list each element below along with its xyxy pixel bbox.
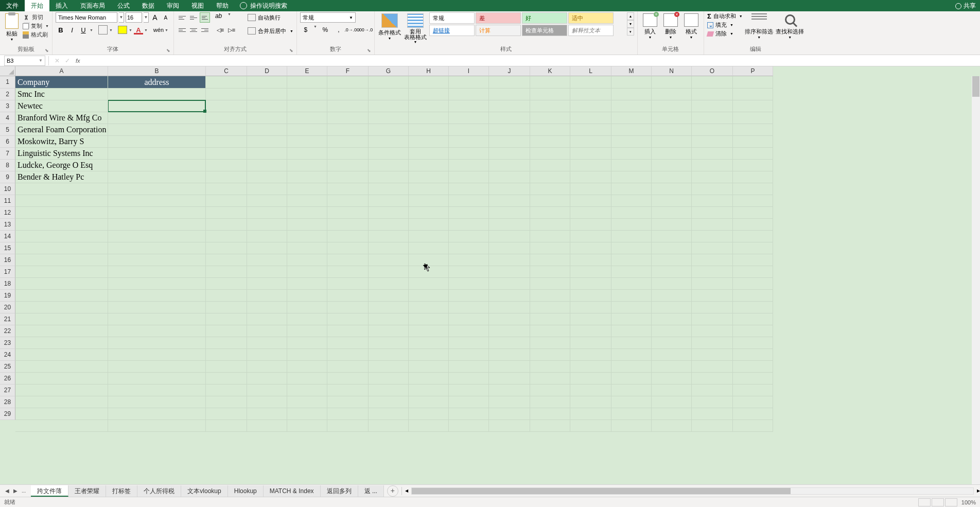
cell[interactable]	[327, 148, 369, 160]
cell[interactable]	[570, 290, 611, 302]
cell[interactable]	[733, 76, 773, 89]
cell[interactable]	[530, 384, 570, 396]
sheet-tab[interactable]: 返 ...	[358, 485, 384, 497]
cell[interactable]	[570, 302, 611, 313]
cell[interactable]	[247, 420, 287, 432]
cell[interactable]	[449, 195, 489, 207]
copy-button[interactable]: 复制▼	[23, 22, 49, 30]
row-header[interactable]: 15	[0, 242, 15, 254]
cell[interactable]	[733, 195, 773, 207]
cell[interactable]	[449, 361, 489, 373]
cell[interactable]	[327, 384, 369, 396]
cell[interactable]	[652, 337, 692, 349]
cell[interactable]	[449, 136, 489, 148]
autosum-button[interactable]: Σ自动求和▼	[707, 12, 743, 20]
cell[interactable]	[287, 396, 327, 408]
cell[interactable]	[733, 242, 773, 254]
cell[interactable]	[611, 408, 652, 420]
cell[interactable]	[327, 219, 369, 231]
cell[interactable]	[692, 148, 733, 160]
cell[interactable]	[409, 242, 449, 254]
cell[interactable]	[449, 408, 489, 420]
column-header[interactable]: D	[247, 66, 287, 76]
cell[interactable]	[652, 278, 692, 290]
cell[interactable]	[530, 76, 570, 89]
cell[interactable]	[206, 148, 247, 160]
cell[interactable]	[327, 373, 369, 384]
cell[interactable]	[369, 396, 409, 408]
column-header[interactable]: H	[409, 66, 449, 76]
cell[interactable]	[327, 408, 369, 420]
cell[interactable]	[570, 420, 611, 432]
cell[interactable]	[530, 100, 570, 112]
cell[interactable]	[108, 89, 206, 100]
row-header[interactable]: 5	[0, 124, 15, 136]
cell[interactable]	[369, 148, 409, 160]
cell[interactable]	[287, 349, 327, 361]
cell[interactable]	[611, 219, 652, 231]
cell[interactable]	[733, 89, 773, 100]
cell[interactable]	[108, 313, 206, 325]
cell[interactable]	[327, 349, 369, 361]
cell[interactable]	[108, 183, 206, 195]
style-cell[interactable]: 差	[476, 12, 521, 24]
cell[interactable]	[652, 195, 692, 207]
cell[interactable]	[489, 278, 530, 290]
paste-button[interactable]: 粘贴 ▼	[3, 12, 21, 41]
cell[interactable]	[652, 219, 692, 231]
comma-button[interactable]: ,	[333, 25, 344, 35]
align-left-button[interactable]	[177, 25, 187, 35]
cell[interactable]	[733, 160, 773, 171]
row-header[interactable]: 22	[0, 325, 15, 337]
zoom-level[interactable]: 100%	[961, 499, 976, 505]
cell[interactable]	[449, 313, 489, 325]
cell[interactable]	[530, 112, 570, 124]
sheet-nav-next[interactable]: ▶	[13, 488, 18, 494]
cell[interactable]	[369, 278, 409, 290]
cell[interactable]	[652, 76, 692, 89]
cell[interactable]	[247, 290, 287, 302]
cell[interactable]	[692, 290, 733, 302]
cell[interactable]	[530, 171, 570, 183]
cell[interactable]	[409, 160, 449, 171]
cell[interactable]	[652, 160, 692, 171]
cell[interactable]	[15, 361, 108, 373]
cell[interactable]	[15, 231, 108, 242]
cell[interactable]	[247, 195, 287, 207]
cell[interactable]	[409, 373, 449, 384]
cell[interactable]	[409, 148, 449, 160]
cell[interactable]	[570, 313, 611, 325]
cell[interactable]	[733, 302, 773, 313]
cell[interactable]	[247, 373, 287, 384]
conditional-format-button[interactable]: 条件格式 ▼	[378, 12, 401, 40]
cell[interactable]	[409, 207, 449, 219]
cell[interactable]	[652, 254, 692, 266]
cell[interactable]	[449, 302, 489, 313]
cell[interactable]	[409, 408, 449, 420]
cell[interactable]	[327, 337, 369, 349]
cell[interactable]	[369, 254, 409, 266]
format-cells-button[interactable]: 格式▼	[682, 12, 701, 39]
cell[interactable]	[449, 231, 489, 242]
cell[interactable]	[449, 384, 489, 396]
cell[interactable]	[409, 313, 449, 325]
cell[interactable]	[327, 124, 369, 136]
format-painter-button[interactable]: 格式刷	[23, 31, 49, 39]
cell[interactable]	[611, 124, 652, 136]
cell[interactable]	[15, 337, 108, 349]
orientation-dropdown[interactable]: ▼	[227, 12, 232, 23]
cell[interactable]	[409, 89, 449, 100]
cell[interactable]	[247, 278, 287, 290]
cell[interactable]	[206, 171, 247, 183]
cell[interactable]	[733, 361, 773, 373]
style-cell[interactable]: 检查单元格	[522, 25, 567, 36]
cell[interactable]	[247, 207, 287, 219]
cell[interactable]	[247, 76, 287, 89]
cell[interactable]	[287, 408, 327, 420]
font-size-dropdown[interactable]: ▼	[144, 12, 149, 23]
cell[interactable]	[489, 266, 530, 278]
cell[interactable]	[449, 373, 489, 384]
cell[interactable]	[449, 290, 489, 302]
gallery-spinner[interactable]: ▲ ▼ ▾	[627, 12, 634, 36]
gallery-down-icon[interactable]: ▼	[627, 20, 634, 28]
